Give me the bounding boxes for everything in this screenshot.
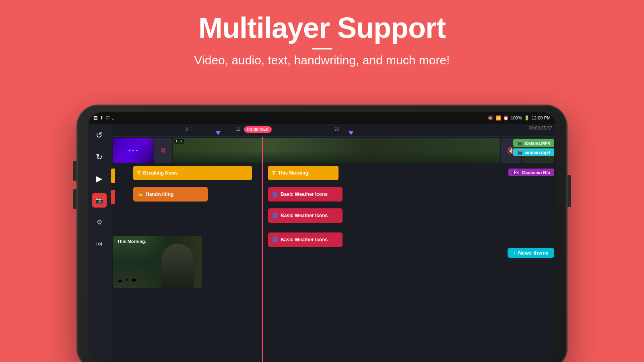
phone-shell: 🖼 ⬆ 🛡 ... 🔇 📶 ⏰ 100% 🔋 12:00 PM	[76, 105, 568, 362]
play-button[interactable]: ▶	[92, 171, 107, 186]
film-icon-iceland: 🎬	[517, 140, 523, 146]
this-morning-label: This Morning.	[278, 170, 310, 176]
status-icon-shield: 🛡	[105, 115, 110, 120]
gaussian-blur-label: Gaussian Blu	[522, 170, 550, 175]
status-wifi-icon: 📶	[495, 115, 501, 121]
current-time-badge: 00:00:15.0	[244, 126, 272, 133]
status-icon-photo: 🖼	[93, 115, 98, 120]
phone-wrapper: 🖼 ⬆ 🛡 ... 🔇 📶 ⏰ 100% 🔋 12:00 PM	[76, 105, 568, 362]
undo-button[interactable]: ↺	[92, 128, 107, 142]
woman-clip[interactable]: 🎬 woman.mp4	[513, 148, 554, 156]
header-section: Multilayer Support Video, audio, text, h…	[0, 0, 644, 67]
side-btn-power[interactable]	[568, 175, 571, 207]
app-content: ↺ ↻ ▶ 📷 ⚙ ⏮	[88, 124, 556, 362]
video-track-row: ✦ ✦ ✦ ⧉ 1.0x	[111, 137, 556, 164]
news-clip-1[interactable]: 1.0x	[173, 138, 500, 163]
gaussian-blur-clip[interactable]: Fx Gaussian Blu	[508, 169, 554, 176]
text-clip-icon: T	[137, 170, 141, 176]
right-file-clips: 🎬 Iceland.MP4 🎬 woman.mp4	[513, 139, 554, 156]
handwriting-icon: ✍	[137, 191, 143, 197]
main-title: Multilayer Support	[0, 12, 644, 44]
music-icon-news: ♪	[513, 250, 516, 256]
preview-weather-icons: ☁ ☀ 🌧	[117, 277, 137, 283]
status-dots: ...	[112, 115, 116, 120]
side-btn-volume-down[interactable]	[73, 189, 76, 209]
bookmark-start	[216, 131, 221, 135]
timeline-area: 8 12 20 00:00:15.0 00:00:35.57	[111, 124, 556, 362]
settings-button[interactable]: ⚙	[92, 215, 107, 229]
weather-icons-clip-3[interactable]: 🌀 Basic Weather Icons	[268, 232, 343, 247]
text-track-row: T Breaking News T This Morning. Fx	[111, 166, 556, 186]
undo-icon: ↺	[96, 130, 103, 140]
weather-track-row-3: 🌀 Basic Weather Icons This Morning. ☁ ☀ …	[111, 230, 556, 286]
weather-icons-label-2: Basic Weather Icons	[281, 213, 328, 218]
ruler-mark-8: 8	[186, 127, 188, 132]
preview-thumbnail: This Morning. ☁ ☀ 🌧	[113, 236, 202, 288]
handwriting-track-row: ✍ Handwriting 🌀 Basic Weather Icons	[111, 187, 556, 207]
status-time: 12:00 PM	[532, 115, 551, 120]
weather-track-row-2: 🌀 Basic Weather Icons	[111, 208, 556, 228]
title-divider	[312, 48, 332, 49]
text-clip-icon2: T	[272, 170, 276, 176]
redo-icon: ↻	[96, 152, 103, 162]
skip-back-button[interactable]: ⏮	[92, 237, 107, 251]
ruler-mark-20: 20	[334, 127, 339, 132]
end-time-display: 00:00:35.57	[529, 125, 552, 130]
skip-back-icon: ⏮	[96, 240, 103, 247]
record-button[interactable]: 📷	[92, 193, 107, 208]
weather-icon-2: 🌀	[272, 213, 278, 218]
breaking-news-clip[interactable]: T Breaking News	[133, 166, 252, 180]
woman-label: woman.mp4	[524, 150, 550, 155]
weather-icon-1: 🌀	[272, 191, 278, 197]
handwriting-label: Handwriting	[146, 191, 173, 197]
side-btn-volume-up[interactable]	[73, 161, 76, 181]
handwriting-track-indicator	[111, 190, 115, 204]
text-track-indicator	[111, 169, 115, 183]
video-news-clips: 1.0x	[173, 138, 500, 163]
video-clip-transition[interactable]: ⧉	[154, 138, 172, 163]
video-clip-galaxy[interactable]: ✦ ✦ ✦	[113, 138, 153, 163]
weather-icons-clip-2[interactable]: 🌀 Basic Weather Icons	[268, 208, 343, 223]
tracks-container[interactable]: ✦ ✦ ✦ ⧉ 1.0x	[111, 137, 556, 362]
status-battery-icon: 🔋	[524, 115, 530, 121]
status-clock-icon: ⏰	[503, 115, 509, 121]
phone-screen: 🖼 ⬆ 🛡 ... 🔇 📶 ⏰ 100% 🔋 12:00 PM	[88, 112, 556, 362]
weather-icon-3: 🌀	[272, 237, 278, 243]
status-icon-upload: ⬆	[100, 115, 103, 121]
preview-label: This Morning.	[117, 239, 146, 244]
breaking-news-label: Breaking News	[143, 170, 178, 176]
weather-icons-clip-1[interactable]: 🌀 Basic Weather Icons	[268, 187, 343, 202]
news-theme-clip[interactable]: ♪ News theme	[508, 248, 554, 258]
play-icon: ▶	[96, 174, 102, 183]
weather-icons-label-1: Basic Weather Icons	[281, 191, 328, 197]
this-morning-clip[interactable]: T This Morning.	[268, 166, 339, 180]
ruler-mark-12: 12	[236, 127, 240, 132]
weather-icons-label-3: Basic Weather Icons	[281, 237, 328, 243]
status-battery: 100%	[511, 115, 522, 120]
left-toolbar: ↺ ↻ ▶ 📷 ⚙ ⏮	[88, 124, 111, 362]
handwriting-clip[interactable]: ✍ Handwriting	[133, 187, 208, 202]
status-right: 🔇 📶 ⏰ 100% 🔋 12:00 PM	[488, 115, 551, 121]
bookmark-mid	[349, 131, 353, 135]
status-mute-icon: 🔇	[488, 115, 493, 121]
iceland-label: Iceland.MP4	[524, 141, 550, 146]
record-icon: 📷	[95, 197, 103, 204]
status-bar: 🖼 ⬆ 🛡 ... 🔇 📶 ⏰ 100% 🔋 12:00 PM	[88, 112, 556, 124]
vertical-playhead	[262, 137, 263, 362]
iceland-clip[interactable]: 🎬 Iceland.MP4	[513, 139, 554, 147]
subtitle: Video, audio, text, handwriting, and muc…	[0, 53, 644, 67]
film-icon-woman: 🎬	[517, 150, 523, 155]
news-theme-label: News theme	[518, 250, 549, 256]
timeline-ruler: 8 12 20 00:00:15.0 00:00:35.57	[111, 124, 556, 137]
fx-icon-gaussian: Fx	[512, 170, 520, 175]
redo-button[interactable]: ↻	[92, 150, 107, 164]
settings-icon: ⚙	[97, 218, 102, 226]
status-left: 🖼 ⬆ 🛡 ...	[93, 115, 116, 121]
